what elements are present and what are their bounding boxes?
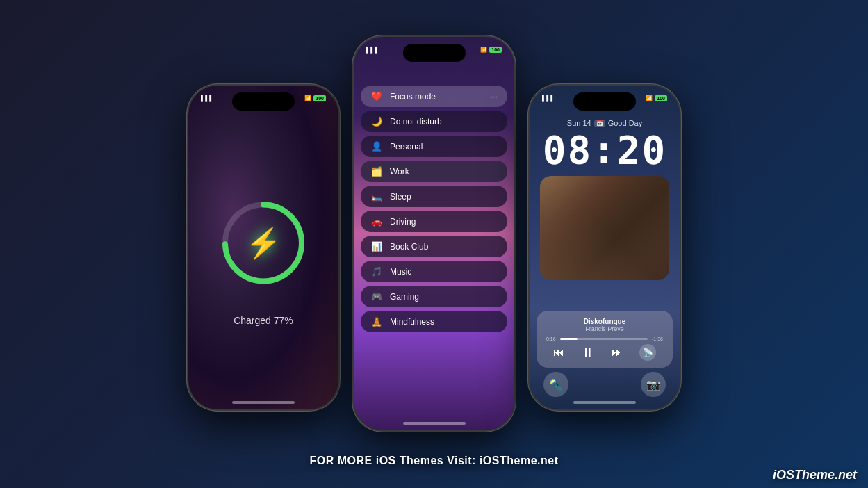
phone1-status-right: 📶 100 bbox=[304, 95, 326, 101]
phone2-status-right: 📶 100 bbox=[480, 47, 502, 53]
focus-mode-label: Focus mode bbox=[390, 92, 484, 101]
focus-car-icon: 🚗 bbox=[370, 216, 383, 227]
focus-personal-label: Personal bbox=[390, 142, 498, 152]
phone-charging: ▌▌▌ 📶 100 ⚡ Charged 77% bbox=[187, 84, 340, 411]
music-time-remaining: -1:36 bbox=[652, 336, 663, 341]
lock-date-text: Sun 14 bbox=[567, 119, 591, 127]
fast-forward-button[interactable]: ⏭ bbox=[612, 346, 623, 359]
focus-chart-icon: 📊 bbox=[370, 241, 383, 252]
focus-more-icon[interactable]: ··· bbox=[491, 92, 498, 101]
bolt-icon: ⚡ bbox=[245, 226, 281, 260]
focus-gaming-icon: 🎮 bbox=[370, 291, 383, 302]
focus-music-icon: 🎵 bbox=[370, 266, 383, 277]
rewind-button[interactable]: ⏮ bbox=[553, 346, 564, 359]
dynamic-island-3 bbox=[573, 92, 636, 111]
pause-button[interactable]: ⏸ bbox=[581, 345, 595, 361]
phone3-wifi-icon: 📶 bbox=[646, 95, 653, 101]
focus-mindfulness-icon: 🧘 bbox=[370, 316, 383, 327]
focus-bookclub-label: Book Club bbox=[390, 242, 498, 252]
music-player[interactable]: Diskofunque Francis Preve 0:16 -1:36 ⏮ ⏸… bbox=[537, 311, 673, 368]
focus-mindfulness-label: Mindfulness bbox=[390, 317, 498, 327]
focus-sleep-icon: 🛏️ bbox=[370, 191, 383, 202]
music-track-artist: Francis Preve bbox=[546, 325, 663, 332]
focus-music[interactable]: 🎵 Music bbox=[361, 261, 507, 282]
focus-moon-icon: 🌙 bbox=[370, 116, 383, 127]
focus-driving-label: Driving bbox=[390, 217, 498, 227]
airplay-button[interactable]: 📡 bbox=[639, 344, 656, 361]
lock-bottom-icons: 🔦 📷 bbox=[530, 372, 680, 397]
phone3-status-right: 📶 100 bbox=[646, 95, 667, 101]
album-art-inner bbox=[540, 176, 669, 280]
focus-do-not-disturb[interactable]: 🌙 Do not disturb bbox=[361, 111, 507, 132]
focus-personal[interactable]: 👤 Personal bbox=[361, 136, 507, 157]
focus-dnd-label: Do not disturb bbox=[390, 117, 498, 127]
brand-tag: iOSTheme.net bbox=[773, 468, 857, 482]
phone2-signal: ▌▌▌ bbox=[366, 47, 379, 53]
phone-focus: ▌▌▌ 📶 100 ❤️ Focus mode ··· 🌙 Do not dis… bbox=[352, 35, 516, 432]
focus-sleep-label: Sleep bbox=[390, 192, 498, 202]
focus-mode-header[interactable]: ❤️ Focus mode ··· bbox=[361, 86, 507, 107]
home-indicator-1 bbox=[232, 401, 295, 404]
progress-track[interactable] bbox=[560, 338, 648, 340]
music-controls: ⏮ ⏸ ⏭ 📡 bbox=[546, 344, 663, 361]
phone2-wifi-icon: 📶 bbox=[480, 47, 487, 53]
home-indicator-2 bbox=[403, 422, 466, 425]
calendar-icon: 📅 bbox=[594, 120, 605, 127]
music-track-title: Diskofunque bbox=[546, 318, 663, 325]
focus-person-icon: 👤 bbox=[370, 141, 383, 152]
phone-lockscreen: ▌▌▌ 📶 100 Sun 14 📅 Good Day 08:20 Diskof… bbox=[528, 84, 681, 411]
phone1-signal: ▌▌▌ bbox=[201, 95, 214, 101]
focus-mindfulness[interactable]: 🧘 Mindfulness bbox=[361, 311, 507, 332]
focus-gaming[interactable]: 🎮 Gaming bbox=[361, 286, 507, 307]
album-artwork bbox=[540, 176, 669, 280]
watermark-text: FOR MORE iOS Themes Visit: iOSTheme.net bbox=[0, 455, 868, 467]
dynamic-island-1 bbox=[232, 92, 295, 111]
phone3-battery: 100 bbox=[655, 95, 667, 101]
home-indicator-3 bbox=[573, 401, 636, 404]
phone3-screen: ▌▌▌ 📶 100 Sun 14 📅 Good Day 08:20 Diskof… bbox=[530, 86, 680, 409]
focus-work-icon: 🗂️ bbox=[370, 166, 383, 177]
charge-percentage-text: Charged 77% bbox=[188, 315, 338, 326]
focus-work[interactable]: 🗂️ Work bbox=[361, 161, 507, 182]
phone2-battery: 100 bbox=[489, 47, 502, 53]
charge-circle: ⚡ bbox=[218, 198, 309, 288]
focus-heart-icon: ❤️ bbox=[370, 91, 383, 101]
lock-greeting: Good Day bbox=[608, 119, 643, 127]
lock-screen-time: 08:20 bbox=[530, 127, 680, 172]
focus-work-label: Work bbox=[390, 167, 498, 177]
phones-container: ▌▌▌ 📶 100 ⚡ Charged 77% ▌▌▌ bbox=[187, 56, 681, 432]
phone1-wifi-icon: 📶 bbox=[304, 95, 311, 101]
phone1-screen: ▌▌▌ 📶 100 ⚡ Charged 77% bbox=[188, 86, 338, 409]
phone3-signal: ▌▌▌ bbox=[542, 95, 555, 101]
flashlight-button[interactable]: 🔦 bbox=[543, 372, 568, 397]
focus-gaming-label: Gaming bbox=[390, 292, 498, 302]
focus-book-club[interactable]: 📊 Book Club bbox=[361, 236, 507, 257]
camera-button[interactable]: 📷 bbox=[641, 372, 666, 397]
progress-fill bbox=[560, 338, 578, 340]
music-progress-bar: 0:16 -1:36 bbox=[546, 336, 663, 341]
focus-driving[interactable]: 🚗 Driving bbox=[361, 211, 507, 232]
focus-mode-list: ❤️ Focus mode ··· 🌙 Do not disturb 👤 Per… bbox=[361, 86, 507, 332]
phone1-battery: 100 bbox=[313, 95, 326, 101]
phone2-screen: ▌▌▌ 📶 100 ❤️ Focus mode ··· 🌙 Do not dis… bbox=[354, 37, 514, 430]
lock-screen-date: Sun 14 📅 Good Day bbox=[530, 119, 680, 127]
focus-sleep[interactable]: 🛏️ Sleep bbox=[361, 186, 507, 207]
music-time-elapsed: 0:16 bbox=[546, 336, 556, 341]
dynamic-island-2 bbox=[403, 44, 466, 62]
focus-music-label: Music bbox=[390, 267, 498, 277]
